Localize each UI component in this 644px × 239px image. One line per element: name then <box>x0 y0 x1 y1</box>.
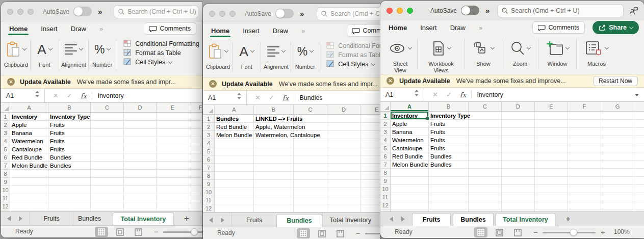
grid-cell[interactable] <box>254 147 294 155</box>
row-header[interactable]: 8 <box>380 169 391 177</box>
page-layout-view-button[interactable] <box>113 227 126 237</box>
column-header-D[interactable]: D <box>327 105 360 115</box>
comments-button[interactable]: Comments <box>347 24 380 37</box>
autosave-toggle[interactable] <box>73 7 92 16</box>
font-group[interactable]: A Font <box>33 39 57 68</box>
grid-cell[interactable] <box>568 144 601 152</box>
grid-cell[interactable] <box>391 193 429 201</box>
grid-cell[interactable]: Inventory <box>10 113 48 121</box>
name-box-stepper[interactable] <box>415 90 419 96</box>
grid-cell[interactable] <box>327 123 360 131</box>
grid-cell[interactable] <box>294 123 327 131</box>
sheet-nav-arrows[interactable] <box>209 218 224 223</box>
search-input[interactable]: Search (Cmd + Ctrl + U) <box>317 7 380 20</box>
grid-cell[interactable] <box>124 153 157 162</box>
grid-cell[interactable] <box>91 186 124 194</box>
zoom-slider[interactable] <box>365 233 380 234</box>
row-header[interactable]: 6 <box>1 153 10 162</box>
row-header[interactable]: 11 <box>1 194 10 202</box>
grid-cell[interactable] <box>91 113 124 121</box>
grid-cell[interactable]: Melon Bundle <box>10 162 48 170</box>
grid-cell[interactable] <box>91 145 124 153</box>
grid-cell[interactable] <box>48 194 91 202</box>
cell-styles-button[interactable]: Cell Styles <box>326 60 380 68</box>
search-input[interactable]: Search (Cmd + Ctrl + U) <box>497 4 624 17</box>
grid-cell[interactable] <box>360 123 380 131</box>
column-header-D[interactable]: D <box>124 103 157 113</box>
grid-cell[interactable] <box>215 196 254 204</box>
grid-cell[interactable] <box>157 113 189 121</box>
grid-cell[interactable] <box>189 170 202 178</box>
grid-cell[interactable] <box>157 145 189 153</box>
grid-cell[interactable] <box>294 172 327 180</box>
grid-cell[interactable] <box>502 177 535 185</box>
grid-cell[interactable]: Fruits <box>48 137 91 145</box>
dismiss-banner-icon[interactable]: ✕ <box>209 80 217 88</box>
grid-cell[interactable] <box>157 121 189 129</box>
grid-cell[interactable]: Apple <box>391 120 429 128</box>
zoom-slider[interactable] <box>163 231 202 233</box>
row-header[interactable]: 10 <box>1 186 10 194</box>
grid-cell[interactable] <box>189 145 202 153</box>
page-layout-view-button[interactable] <box>493 227 506 237</box>
grid-cell[interactable] <box>601 120 634 128</box>
row-header[interactable]: 6 <box>380 152 391 161</box>
column-header-B[interactable]: B <box>254 105 294 115</box>
grid-cell[interactable] <box>124 178 157 186</box>
grid-cell[interactable] <box>254 164 294 172</box>
grid-cell[interactable] <box>601 185 634 193</box>
excel-window-total-inventory-front[interactable]: AutoSave » Search (Cmd + Ctrl + U) Home … <box>380 1 644 238</box>
close-window-button[interactable] <box>209 11 215 17</box>
grid-cell[interactable] <box>189 162 202 170</box>
grid-cell[interactable] <box>157 162 189 170</box>
column-header-A[interactable]: A <box>391 102 429 112</box>
formula-value[interactable]: Inventory <box>97 92 123 99</box>
cancel-icon[interactable]: ✕ <box>432 91 438 98</box>
grid-cell[interactable] <box>294 155 327 164</box>
page-break-view-button[interactable] <box>333 228 347 238</box>
enter-icon[interactable]: ✓ <box>446 91 452 98</box>
grid-cell[interactable] <box>568 120 601 128</box>
grid-cell[interactable]: Apple <box>10 121 48 129</box>
column-header-C[interactable]: C <box>91 103 124 113</box>
window-controls[interactable] <box>7 9 34 15</box>
tab-home[interactable]: Home <box>389 20 407 35</box>
grid-cell[interactable]: Fruits <box>48 121 91 129</box>
cell-styles-button[interactable]: Cell Styles <box>123 58 199 66</box>
add-sheet-button[interactable]: + <box>562 214 574 224</box>
grid-cell[interactable] <box>568 201 601 209</box>
grid-cell[interactable] <box>601 177 634 185</box>
select-all-corner[interactable] <box>203 105 215 115</box>
grid-cell[interactable] <box>215 180 254 188</box>
row-header[interactable]: 12 <box>203 204 215 213</box>
column-header-B[interactable]: B <box>48 103 91 113</box>
grid-cell[interactable]: Apple, Watermelon <box>254 123 294 131</box>
grid-cell[interactable] <box>91 170 124 178</box>
grid-cell[interactable] <box>360 147 380 155</box>
row-header[interactable]: 6 <box>203 155 215 164</box>
grid-cell[interactable] <box>157 194 189 202</box>
spreadsheet-grid[interactable]: ABCDE1BundlesLINKED --> Fruits2Red Bundl… <box>203 105 380 213</box>
grid-cell[interactable] <box>294 196 327 204</box>
grid-cell[interactable] <box>469 177 502 185</box>
grid-cell[interactable] <box>469 161 502 169</box>
grid-cell[interactable] <box>10 202 48 210</box>
normal-view-button[interactable] <box>297 228 310 238</box>
column-header-E[interactable]: E <box>360 105 380 115</box>
tab-draw[interactable]: Draw <box>273 23 288 38</box>
row-header[interactable]: 9 <box>380 177 391 185</box>
grid-cell[interactable] <box>568 128 601 136</box>
grid-cell[interactable] <box>48 186 91 194</box>
sheet-tab-total-inventory[interactable]: Total Inventory <box>113 213 174 226</box>
sheet-tab-total-inventory[interactable]: Total Inventory <box>496 213 555 226</box>
grid-cell[interactable] <box>502 112 535 120</box>
grid-cell[interactable] <box>429 201 469 209</box>
column-header-E[interactable]: E <box>157 103 189 113</box>
grid-cell[interactable] <box>215 164 254 172</box>
row-header[interactable]: 11 <box>203 196 215 204</box>
sheet-tab-bundles[interactable]: Bundles <box>276 214 322 227</box>
prev-sheet-icon[interactable] <box>390 217 393 222</box>
grid-cell[interactable] <box>391 177 429 185</box>
row-header[interactable]: 10 <box>380 185 391 193</box>
grid-cell[interactable] <box>91 153 124 162</box>
